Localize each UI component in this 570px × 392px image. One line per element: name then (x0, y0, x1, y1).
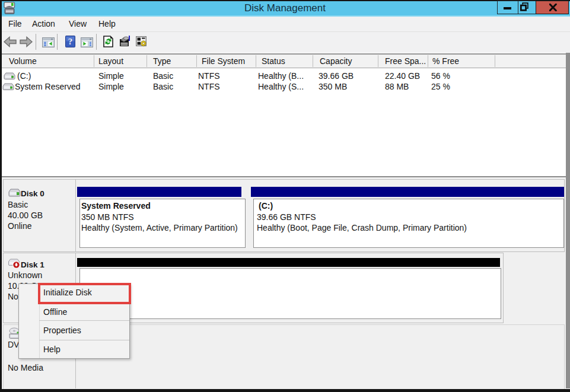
svg-text:?: ? (68, 37, 73, 46)
